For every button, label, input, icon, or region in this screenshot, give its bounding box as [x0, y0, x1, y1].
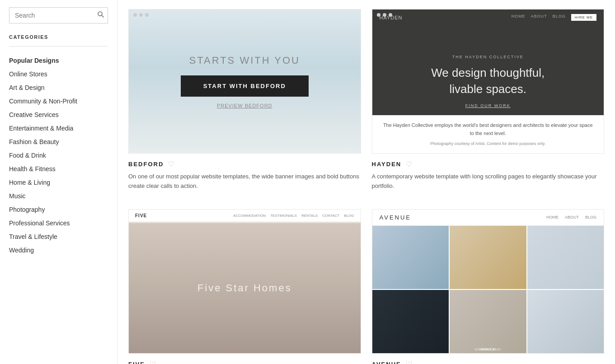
favorite-icon-bedford[interactable]: ♡	[168, 160, 174, 168]
five-logo: FIVE	[135, 213, 147, 218]
sidebar-item-food-drink[interactable]: Food & Drink	[9, 149, 108, 162]
favorite-icon-hayden[interactable]: ♡	[406, 160, 412, 168]
window-dots	[377, 13, 392, 17]
template-preview-avenue[interactable]: AVENUE HOMEABOUTBLOG AFRICA HAITI GREENL…	[372, 209, 605, 354]
sidebar-item-community-nonprofit[interactable]: Community & Non-Profit	[9, 94, 108, 108]
sidebar: CATEGORIES Popular DesignsOnline StoresA…	[0, 0, 117, 364]
template-name-five: FIVE	[128, 361, 145, 364]
template-card-avenue: AVENUE HOMEABOUTBLOG AFRICA HAITI GREENL…	[372, 209, 605, 364]
sidebar-item-health-fitness[interactable]: Health & Fitness	[9, 162, 108, 176]
five-nav-link: BLOG	[344, 214, 354, 218]
sidebar-item-fashion-beauty[interactable]: Fashion & Beauty	[9, 135, 108, 149]
template-card-bedford: STARTS WITH YOU START WITH BEDFORD PREVI…	[128, 9, 361, 191]
sidebar-item-wedding[interactable]: Wedding	[9, 243, 108, 257]
sidebar-link-fashion-beauty[interactable]: Fashion & Beauty	[9, 135, 108, 149]
dot-3	[145, 13, 149, 17]
template-title-row-avenue: AVENUE ♡	[372, 360, 605, 364]
avenue-nav-link: BLOG	[585, 215, 596, 219]
search-button[interactable]	[97, 11, 104, 20]
template-preview-bedford[interactable]: STARTS WITH YOU START WITH BEDFORD PREVI…	[128, 9, 361, 154]
search-icon	[97, 11, 104, 18]
bedford-overlay-preview[interactable]: PREVIEW BEDFORD	[214, 92, 275, 98]
dot-3	[389, 13, 392, 17]
sidebar-link-health-fitness[interactable]: Health & Fitness	[9, 162, 108, 176]
five-nav-link: CONTACT	[322, 214, 339, 218]
sidebar-link-creative-services[interactable]: Creative Services	[9, 108, 108, 121]
avenue-navbar: AVENUE HOMEABOUTBLOG	[372, 210, 604, 226]
sidebar-item-popular-designs[interactable]: Popular Designs	[9, 54, 108, 67]
template-desc-hayden: A contemporary website template with lon…	[372, 172, 605, 191]
main-content: STARTS WITH YOU START WITH BEDFORD PREVI…	[117, 0, 615, 364]
five-nav-link: ACCOMMODATION	[233, 214, 266, 218]
hayden-overlay-preview[interactable]: PREVIEW HAYDEN	[460, 92, 516, 98]
template-info-hayden: HAYDEN ♡ A contemporary website template…	[372, 154, 605, 191]
templates-grid: STARTS WITH YOU START WITH BEDFORD PREVI…	[128, 9, 604, 364]
dot-1	[377, 13, 380, 17]
bedford-overlay-start[interactable]: START WITH BEDFORD	[186, 64, 304, 85]
template-card-five: FIVE ACCOMMODATIONTESTIMONIALSRENTALSCON…	[128, 209, 361, 364]
avenue-nav-link: HOME	[546, 215, 559, 219]
template-title-row-hayden: HAYDEN ♡	[372, 160, 605, 168]
template-name-bedford: BEDFORD	[128, 161, 164, 168]
sidebar-item-home-living[interactable]: Home & Living	[9, 176, 108, 189]
sidebar-link-home-living[interactable]: Home & Living	[9, 176, 108, 189]
dot-1	[133, 13, 137, 17]
avenue-logo: AVENUE	[380, 214, 412, 221]
favorite-icon-avenue[interactable]: ♡	[406, 360, 412, 364]
svg-point-0	[98, 12, 102, 16]
template-card-hayden: HAYDEN HOME ABOUT BLOG HIRE ME THE HAYDE…	[372, 9, 605, 191]
template-name-avenue: AVENUE	[372, 361, 401, 364]
avenue-nav-link: ABOUT	[565, 215, 579, 219]
sidebar-item-photography[interactable]: Photography	[9, 203, 108, 216]
sidebar-link-popular-designs[interactable]: Popular Designs	[9, 54, 108, 67]
sidebar-item-music[interactable]: Music	[9, 189, 108, 203]
sidebar-link-wedding[interactable]: Wedding	[9, 243, 108, 257]
divider	[9, 46, 108, 47]
search-input[interactable]	[9, 7, 108, 23]
five-overlay-start[interactable]: START WITH FIVE	[194, 264, 295, 285]
search-container	[9, 7, 108, 23]
sidebar-item-entertainment-media[interactable]: Entertainment & Media	[9, 121, 108, 135]
sidebar-link-entertainment-media[interactable]: Entertainment & Media	[9, 121, 108, 135]
template-title-row-five: FIVE ♡	[128, 360, 361, 364]
sidebar-item-online-stores[interactable]: Online Stores	[9, 67, 108, 81]
sidebar-item-professional-services[interactable]: Professional Services	[9, 216, 108, 230]
window-dots	[133, 13, 149, 17]
hayden-overlay-start[interactable]: START WITH HAYDEN	[432, 64, 545, 85]
template-info-avenue: AVENUE ♡	[372, 354, 605, 364]
categories-heading: CATEGORIES	[9, 34, 108, 40]
five-nav-links: ACCOMMODATIONTESTIMONIALSRENTALSCONTACTB…	[233, 214, 354, 218]
template-preview-hayden[interactable]: HAYDEN HOME ABOUT BLOG HIRE ME THE HAYDE…	[372, 9, 605, 154]
avenue-nav-links: HOMEABOUTBLOG	[546, 215, 596, 219]
template-desc-bedford: On one of our most popular website templ…	[128, 172, 361, 191]
svg-line-1	[102, 15, 104, 18]
dot-2	[139, 13, 143, 17]
sidebar-item-art-design[interactable]: Art & Design	[9, 81, 108, 94]
sidebar-link-professional-services[interactable]: Professional Services	[9, 216, 108, 230]
sidebar-link-community-nonprofit[interactable]: Community & Non-Profit	[9, 94, 108, 108]
avenue-overlay-preview[interactable]: PREVIEW AVENUE	[460, 292, 516, 299]
sidebar-link-photography[interactable]: Photography	[9, 203, 108, 216]
template-info-five: FIVE ♡ Luxury short-term accommodations …	[128, 354, 361, 364]
sidebar-link-food-drink[interactable]: Food & Drink	[9, 149, 108, 162]
dot-2	[383, 13, 386, 17]
favorite-icon-five[interactable]: ♡	[150, 360, 156, 364]
sidebar-link-online-stores[interactable]: Online Stores	[9, 67, 108, 81]
five-navbar: FIVE ACCOMMODATIONTESTIMONIALSRENTALSCON…	[129, 210, 361, 222]
avenue-overlay-start[interactable]: START WITH AVENUE	[432, 264, 544, 285]
sidebar-link-music[interactable]: Music	[9, 189, 108, 203]
template-title-row-bedford: BEDFORD ♡	[128, 160, 361, 168]
five-overlay-preview[interactable]: PREVIEW FIVE	[222, 292, 267, 299]
sidebar-item-travel-lifestyle[interactable]: Travel & Lifestyle	[9, 230, 108, 243]
sidebar-link-travel-lifestyle[interactable]: Travel & Lifestyle	[9, 230, 108, 243]
sidebar-link-art-design[interactable]: Art & Design	[9, 81, 108, 94]
template-name-hayden: HAYDEN	[372, 161, 402, 168]
template-info-bedford: BEDFORD ♡ On one of our most popular web…	[128, 154, 361, 191]
template-preview-five[interactable]: FIVE ACCOMMODATIONTESTIMONIALSRENTALSCON…	[128, 209, 361, 354]
sidebar-nav: Popular DesignsOnline StoresArt & Design…	[9, 54, 108, 257]
sidebar-item-creative-services[interactable]: Creative Services	[9, 108, 108, 121]
five-nav-link: TESTIMONIALS	[270, 214, 297, 218]
five-nav-link: RENTALS	[301, 214, 318, 218]
